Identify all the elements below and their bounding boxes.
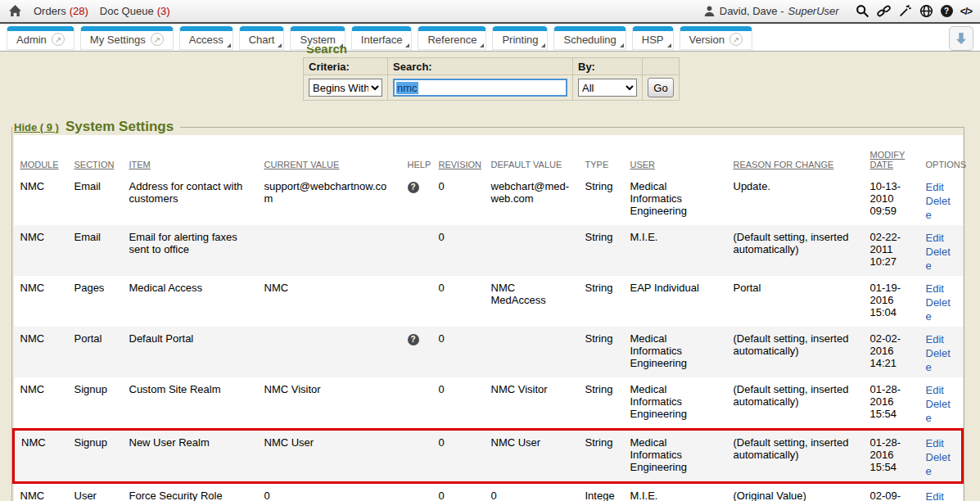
- cell-type: Integer: [579, 483, 624, 501]
- edit-link[interactable]: Edit: [926, 436, 955, 450]
- cell-user: Medical Informatics Engineering: [624, 430, 727, 483]
- criteria-select[interactable]: Begins With: [309, 79, 382, 97]
- go-button[interactable]: Go: [648, 78, 674, 97]
- cell-current-value: 0: [258, 483, 401, 501]
- col-reason-for-change[interactable]: REASON FOR CHANGE: [727, 135, 864, 174]
- edit-link[interactable]: Edit: [926, 180, 956, 194]
- search-input-value: nmc: [396, 82, 418, 94]
- help-circle-icon[interactable]: ?: [941, 5, 953, 17]
- cell-type: String: [579, 276, 624, 327]
- cell-options: EditDelete: [919, 276, 963, 327]
- col-module[interactable]: MODULE: [14, 135, 68, 174]
- tab-label: Version: [689, 34, 725, 46]
- delete-link[interactable]: Delete: [926, 450, 955, 478]
- tab-label: Scheduling: [563, 34, 616, 46]
- edit-link[interactable]: Edit: [926, 282, 956, 296]
- col-section[interactable]: SECTION: [68, 135, 123, 174]
- tab-label: Chart: [249, 34, 275, 46]
- col-default-value: DEFAULT VALUE: [485, 135, 579, 174]
- external-link-icon: ↗: [52, 33, 65, 46]
- by-label: By:: [573, 58, 643, 75]
- settings-row: NMCPagesMedical AccessNMC0NMC MedAccessS…: [14, 276, 963, 327]
- delete-link[interactable]: Delete: [926, 397, 956, 425]
- col-options: OPTIONS: [919, 135, 963, 174]
- settings-row: NMCEmailEmail for alerting faxes sent to…: [14, 225, 963, 276]
- chain-link-icon[interactable]: [877, 4, 891, 18]
- magnifier-icon[interactable]: [856, 4, 869, 18]
- tab-label: My Settings: [90, 34, 146, 46]
- cell-reason: (Default setting, inserted automatically…: [727, 377, 864, 430]
- col-current-value[interactable]: CURRENT VALUE: [258, 135, 401, 174]
- home-icon[interactable]: [8, 4, 22, 18]
- tab-admin[interactable]: Admin↗: [7, 26, 75, 50]
- code-brackets-icon[interactable]: </>: [960, 6, 972, 17]
- search-label: Search:: [388, 58, 573, 75]
- person-icon: [703, 5, 716, 17]
- help-icon[interactable]: ?: [408, 182, 419, 193]
- cell-current-value: NMC: [258, 276, 401, 327]
- cell-module: NMC: [14, 483, 68, 501]
- cell-item: Medical Access: [123, 276, 258, 327]
- by-select[interactable]: All: [578, 79, 637, 97]
- nav-orders[interactable]: Orders (28): [34, 5, 88, 17]
- user-role: SuperUser: [788, 5, 839, 17]
- cell-section: Email: [68, 225, 123, 276]
- globe-icon[interactable]: [919, 4, 933, 18]
- cell-modify-date: 10-13-2010 09:59: [864, 174, 919, 225]
- nav-doc-queue[interactable]: Doc Queue (3): [100, 5, 170, 17]
- cell-section: Signup: [68, 377, 123, 430]
- external-link-icon: ↗: [151, 33, 164, 46]
- cell-default-value: 0: [485, 483, 579, 501]
- edit-link[interactable]: Edit: [926, 490, 956, 501]
- cell-current-value: support@webchartnow.com: [258, 174, 401, 225]
- cell-options: EditDelete: [919, 327, 963, 377]
- search-input[interactable]: nmc: [393, 79, 567, 97]
- col-user[interactable]: USER: [624, 135, 727, 174]
- search-panel-legend: Search: [303, 47, 680, 57]
- col-revision[interactable]: REVISION: [432, 135, 485, 174]
- tab-version[interactable]: Version↗: [680, 26, 752, 50]
- cell-user: M.I.E.: [624, 483, 727, 501]
- tab-label: Reference: [427, 34, 476, 46]
- delete-link[interactable]: Delete: [926, 346, 956, 374]
- criteria-label: Criteria:: [304, 58, 388, 75]
- cell-modify-date: 01-19-2016 15:04: [864, 276, 919, 327]
- edit-link[interactable]: Edit: [926, 231, 956, 245]
- tab-access[interactable]: Access: [179, 26, 233, 50]
- delete-link[interactable]: Delete: [926, 194, 956, 222]
- magic-wand-icon[interactable]: [898, 4, 912, 18]
- cell-help: ?: [401, 174, 432, 225]
- settings-row: NMCEmailAddress for contact with custome…: [14, 174, 963, 225]
- hide-link[interactable]: Hide ( 9 ): [14, 121, 59, 133]
- cell-type: String: [579, 377, 624, 430]
- cell-default-value: NMC User: [485, 430, 579, 483]
- cell-item: Address for contact with customers: [123, 174, 258, 225]
- current-user[interactable]: David, Dave - SuperUser: [703, 5, 839, 17]
- settings-row: NMCSignupCustom Site RealmNMC Visitor0NM…: [14, 377, 963, 430]
- col-modify-date[interactable]: MODIFY DATE: [864, 135, 919, 174]
- cell-item: Custom Site Realm: [123, 377, 258, 430]
- dropdown-corner-icon: [227, 43, 231, 47]
- cell-user: Medical Informatics Engineering: [624, 377, 727, 430]
- nav-orders-label: Orders: [34, 5, 66, 17]
- cell-module: NMC: [14, 225, 68, 276]
- help-icon[interactable]: ?: [408, 334, 419, 345]
- search-panel: Search Criteria: Search: By: Begins With…: [303, 47, 680, 101]
- cell-modify-date: 02-22-2011 10:27: [864, 225, 919, 276]
- cell-revision: 0: [432, 430, 485, 483]
- delete-link[interactable]: Delete: [926, 245, 956, 273]
- col-item[interactable]: ITEM: [123, 135, 258, 174]
- collapse-panel-button[interactable]: [949, 26, 973, 51]
- edit-link[interactable]: Edit: [926, 332, 956, 346]
- cell-default-value: [485, 225, 579, 276]
- cell-help: [401, 430, 432, 483]
- edit-link[interactable]: Edit: [926, 383, 956, 397]
- down-arrow-icon: [954, 31, 969, 46]
- cell-section: Email: [68, 174, 123, 225]
- tab-my-settings[interactable]: My Settings↗: [80, 26, 174, 50]
- cell-help: ?: [401, 327, 432, 377]
- delete-link[interactable]: Delete: [926, 296, 956, 323]
- tab-chart[interactable]: Chart: [239, 26, 285, 50]
- page-title: System Settings: [65, 119, 174, 135]
- tab-label: Printing: [502, 34, 538, 46]
